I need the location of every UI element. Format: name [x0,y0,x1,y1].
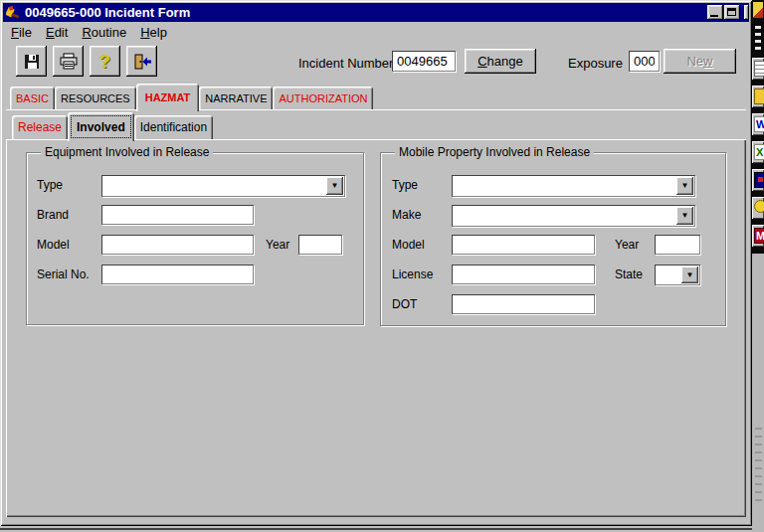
new-button-label: Ne [686,54,703,69]
help-button[interactable]: ? [90,46,120,77]
equipment-model-label: Model [37,238,70,252]
equipment-year-label: Year [266,238,289,252]
mobile-state-dropdown-arrow[interactable]: ▼ [681,266,698,283]
print-button[interactable] [53,46,84,77]
exit-button[interactable] [126,46,157,77]
maximize-icon [727,8,736,16]
folder-icon[interactable] [752,86,764,107]
mobile-model-label: Model [392,238,425,252]
chevron-down-icon: ▼ [681,212,689,220]
mobile-type-dropdown[interactable]: ▼ [452,175,695,197]
maximize-button[interactable] [724,5,740,20]
tab-basic-label: BASIC [16,92,49,104]
menu-routine[interactable]: Routine [75,25,133,40]
menu-help[interactable]: Help [133,25,174,40]
floppy-disk-icon [23,53,41,71]
equipment-model-field[interactable] [101,235,254,255]
change-button-label-rest: hange [487,54,523,69]
menu-edit-label: E [46,25,55,40]
equipment-type-dropdown-arrow[interactable]: ▼ [326,177,343,195]
mobile-type-dropdown-arrow[interactable]: ▼ [676,177,693,195]
app-icon [6,5,21,20]
minimize-icon [710,15,718,17]
mobile-year-field[interactable] [655,235,700,255]
menu-file[interactable]: File [4,25,39,40]
tab-hazmat[interactable]: HAZMAT [136,84,200,111]
equipment-brand-field[interactable] [101,205,254,225]
incident-number-label: Incident Number [298,56,393,71]
new-button[interactable]: New [664,49,736,74]
equipment-year-field[interactable] [298,235,342,255]
tab-basic[interactable]: BASIC [10,87,55,109]
chevron-down-icon: ▼ [686,271,694,279]
shortcut-bar-dots [755,26,761,54]
menubar: File Edit Routine Help [4,23,748,41]
exposure-label: Exposure [568,56,623,71]
tab-release-label: Release [18,120,62,134]
tab-identification-label: Identification [140,120,207,134]
notepad-icon[interactable] [752,58,764,80]
menu-edit-label-rest: dit [55,25,69,40]
equipment-groupbox: Equipment Involved in Release Type ▼ Bra… [26,152,364,325]
main-tab-bar: BASIC RESOURCES HAZMAT NARRATIVE AUTHORI… [10,84,373,109]
mobile-state-dropdown[interactable]: ▼ [655,265,700,285]
sub-tab-bar: Release Involved Identification [12,112,213,139]
tab-release[interactable]: Release [12,115,68,139]
menu-file-label-rest: ile [19,25,32,40]
clock-icon[interactable] [752,197,764,219]
tab-hazmat-label: HAZMAT [145,91,191,103]
mobile-make-dropdown[interactable]: ▼ [452,205,695,227]
minimize-button[interactable] [707,5,723,20]
taskbar-edge [0,528,752,530]
tab-involved[interactable]: Involved [68,112,134,141]
mobile-year-label: Year [615,238,639,252]
tab-resources-label: RESOURCES [61,92,130,104]
mobile-type-label: Type [392,178,418,192]
tab-involved-label: Involved [77,120,125,134]
save-button[interactable] [16,46,47,77]
mobile-model-field[interactable] [452,235,595,255]
window-title: 0049665-000 Incident Form [25,5,190,20]
equipment-type-label: Type [37,178,63,192]
incident-form-window: 0049665-000 Incident Form File Edit Rout… [0,0,752,526]
tab-authorization-label: AUTHORIZATION [279,92,367,104]
word-icon[interactable]: W [752,113,764,135]
exit-door-icon [132,53,152,71]
menu-routine-label: R [82,25,91,40]
mobile-license-field[interactable] [452,265,595,284]
monitor-icon[interactable] [752,169,764,191]
equipment-serial-field[interactable] [101,265,254,284]
tab-resources[interactable]: RESOURCES [55,87,136,109]
equipment-group-title: Equipment Involved in Release [41,145,213,159]
change-button[interactable]: Change [465,49,536,74]
menu-help-label-rest: elp [150,25,167,40]
mobile-make-label: Make [392,208,421,222]
chevron-down-icon: ▼ [681,182,689,190]
tab-narrative[interactable]: NARRATIVE [199,87,273,109]
menu-routine-label-rest: outine [92,25,126,40]
close-button[interactable] [744,5,749,20]
mobile-make-dropdown-arrow[interactable]: ▼ [676,207,693,225]
mobile-license-label: License [392,267,433,281]
equipment-brand-label: Brand [37,208,69,222]
chevron-down-icon: ▼ [331,182,339,190]
menu-file-label: F [11,25,19,40]
menu-edit[interactable]: Edit [39,25,75,40]
tab-narrative-label: NARRATIVE [205,92,267,104]
incident-number-field[interactable] [392,51,456,72]
mobile-dot-field[interactable] [452,294,595,314]
mobile-dot-label: DOT [392,297,417,311]
equipment-type-dropdown[interactable]: ▼ [101,175,345,197]
change-button-label: C [478,54,486,69]
equipment-serial-label: Serial No. [37,267,90,281]
excel-icon[interactable]: X [752,141,764,163]
titlebar[interactable]: 0049665-000 Incident Form [3,3,749,22]
tab-authorization[interactable]: AUTHORIZATION [273,87,373,109]
access-icon[interactable]: M [752,225,764,247]
new-button-label-u: w [703,54,712,69]
tab-identification[interactable]: Identification [134,115,213,139]
exposure-field[interactable] [629,51,660,72]
mobile-state-label: State [615,267,643,281]
mobile-group-title: Mobile Property Involved in Release [395,145,594,159]
screen: 0049665-000 Incident Form File Edit Rout… [0,0,764,532]
